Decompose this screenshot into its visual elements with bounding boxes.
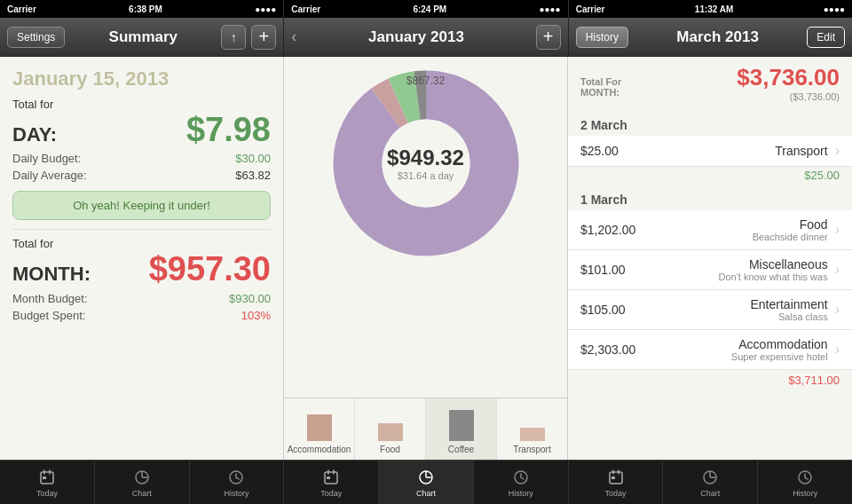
- tab-label-today-2: Today: [320, 489, 342, 498]
- item-sub-3: Don't know what this was: [651, 272, 828, 282]
- tab-history-2[interactable]: History: [474, 461, 569, 504]
- chart-icon-3: [700, 468, 720, 487]
- daily-budget-value: $30.00: [235, 152, 271, 165]
- daily-average-row: Daily Average: $63.82: [12, 169, 271, 182]
- list-item[interactable]: $105.00 Entertainment Salsa class ›: [568, 290, 852, 330]
- nav-left-chart: ‹: [291, 28, 296, 46]
- list-item[interactable]: $2,303.00 Accommodation Super expensive …: [568, 330, 852, 370]
- history-icon-1: [226, 468, 246, 487]
- status-bars: Carrier 6:38 PM ●●●● Carrier 6:24 PM ●●●…: [0, 0, 852, 18]
- tab-label-history-3: History: [793, 489, 817, 498]
- donut-center-label: $949.32 $31.64 a day: [387, 146, 464, 181]
- tab-today-2[interactable]: Today: [284, 461, 379, 504]
- daily-average-label: Daily Average:: [12, 169, 87, 182]
- donut-amount: $949.32: [387, 146, 464, 170]
- cat-bar-food: [378, 423, 403, 441]
- month-amount: $957.30: [149, 250, 271, 288]
- donut-top-label: $867.32: [406, 75, 445, 87]
- day-label: DAY:: [12, 125, 57, 145]
- panel-history[interactable]: Total For MONTH: $3,736.00 ($3,736.00) 2…: [568, 57, 852, 460]
- cat-transport[interactable]: Transport: [497, 398, 567, 460]
- nav-right-summary: ↑ +: [221, 25, 276, 50]
- section2-subtotal: $3,711.00: [568, 370, 852, 394]
- donut-chart: $949.32 $31.64 a day $867.32: [328, 66, 524, 261]
- callout-bubble: Oh yeah! Keeping it under!: [12, 191, 271, 220]
- month-total-sub: ($3,736.00): [737, 91, 840, 102]
- carrier-3: Carrier: [576, 4, 605, 14]
- carrier-1: Carrier: [7, 4, 36, 14]
- item-sub-2: Beachside dinner: [651, 232, 828, 242]
- tab-chart-3[interactable]: Chart: [663, 461, 758, 504]
- section-date-1: 1 March: [568, 187, 852, 210]
- list-item[interactable]: $1,202.00 Food Beachside dinner ›: [568, 210, 852, 250]
- month-budget-row: Month Budget: $930.00: [12, 292, 271, 305]
- total-for-day-label: Total for: [12, 98, 271, 112]
- cat-bar-accommodation: [307, 414, 332, 441]
- add-button[interactable]: +: [251, 25, 276, 50]
- cat-bar-food-container: [357, 406, 423, 441]
- tab-label-history-1: History: [224, 489, 248, 498]
- item-amount-3: $101.00: [580, 263, 651, 277]
- share-button[interactable]: ↑: [221, 25, 246, 50]
- budget-spent-value: 103%: [241, 309, 271, 322]
- cat-bar-coffee: [449, 410, 474, 441]
- cat-coffee[interactable]: Coffee: [426, 398, 497, 460]
- tab-label-today-1: Today: [36, 489, 58, 498]
- list-item[interactable]: $25.00 Transport ›: [568, 136, 852, 167]
- nav-bar-summary: Settings Summary ↑ +: [0, 18, 283, 57]
- history-header: Total For MONTH: $3,736.00 ($3,736.00): [568, 57, 852, 113]
- item-cat-5: Accommodation: [651, 337, 828, 351]
- cat-accommodation-label: Accommodation: [286, 445, 352, 454]
- nav-right-history: Edit: [807, 27, 845, 48]
- tab-label-chart-3: Chart: [700, 489, 720, 498]
- section1-subtotal: $25.00: [568, 167, 852, 187]
- panel-summary: January 15, 2013 Total for DAY: $7.98 Da…: [0, 57, 284, 460]
- tab-history-3[interactable]: History: [758, 461, 852, 504]
- list-item[interactable]: $101.00 Miscellaneous Don't know what th…: [568, 250, 852, 290]
- nav-bar-chart: ‹ January 2013 +: [283, 18, 568, 57]
- svg-rect-6: [43, 476, 46, 479]
- item-amount-2: $1,202.00: [580, 223, 651, 237]
- svg-rect-14: [611, 476, 615, 479]
- budget-spent-row: Budget Spent: 103%: [12, 309, 271, 322]
- tab-label-history-2: History: [509, 489, 533, 498]
- month-total-label-col: Total For MONTH:: [580, 76, 621, 98]
- settings-button[interactable]: Settings: [7, 27, 65, 48]
- tab-today-1[interactable]: Today: [0, 461, 95, 504]
- tab-label-chart-2: Chart: [416, 489, 436, 498]
- daily-budget-row: Daily Budget: $30.00: [12, 152, 271, 165]
- nav-bar-history: History March 2013 Edit: [569, 18, 852, 57]
- tab-bar: Today Chart History Tod: [0, 460, 852, 504]
- tab-chart-1[interactable]: Chart: [95, 461, 190, 504]
- chart-icon-1: [132, 468, 152, 487]
- nav-right-chart: +: [536, 25, 561, 50]
- prev-arrow[interactable]: ‹: [291, 28, 296, 46]
- cat-food[interactable]: Food: [355, 398, 426, 460]
- tab-today-3[interactable]: Today: [569, 461, 664, 504]
- item-cat-3: Miscellaneous: [651, 257, 828, 272]
- nav-bars: Settings Summary ↑ + ‹ January 2013 + Hi…: [0, 18, 852, 57]
- chevron-icon-4: ›: [835, 302, 840, 318]
- cat-accommodation[interactable]: Accommodation: [284, 398, 355, 460]
- item-sub-4: Salsa class: [651, 311, 828, 322]
- add-button-chart[interactable]: +: [536, 25, 561, 50]
- tab-history-1[interactable]: History: [190, 461, 285, 504]
- item-cat-4: Entertainment: [651, 297, 828, 311]
- tab-label-chart-1: Chart: [132, 489, 152, 498]
- time-1: 6:38 PM: [129, 4, 162, 14]
- status-bar-1: Carrier 6:38 PM ●●●●: [0, 0, 283, 18]
- month-total-amount-col: $3,736.00 ($3,736.00): [737, 64, 840, 102]
- history-button[interactable]: History: [576, 27, 628, 48]
- panel-chart: $949.32 $31.64 a day $867.32 Accommodati…: [284, 57, 568, 460]
- cat-coffee-label: Coffee: [428, 445, 494, 454]
- section-date-2: 2 March: [568, 113, 852, 136]
- item-desc-1: Transport: [651, 144, 828, 158]
- cat-bar-accommodation-container: [286, 406, 352, 441]
- month-header: MONTH:: [580, 87, 621, 98]
- tab-chart-2[interactable]: Chart: [379, 461, 474, 504]
- day-section: Total for DAY: $7.98 Daily Budget: $30.0…: [12, 98, 271, 182]
- item-amount-4: $105.00: [580, 303, 651, 317]
- edit-button[interactable]: Edit: [807, 27, 845, 48]
- item-desc-2: Food Beachside dinner: [651, 217, 828, 242]
- history-icon-2: [511, 468, 531, 487]
